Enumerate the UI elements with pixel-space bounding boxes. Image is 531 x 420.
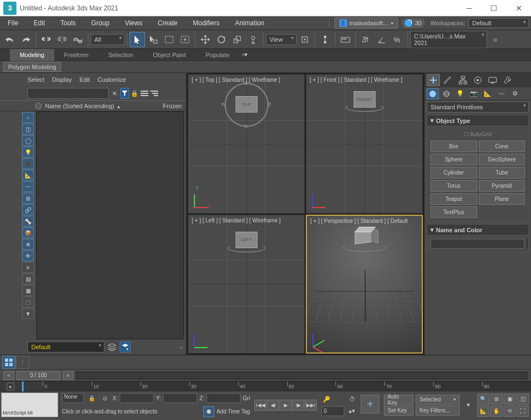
select-region-rect-button[interactable] bbox=[161, 32, 177, 47]
account-chip[interactable]: 👤 malavidasoft… ▾ bbox=[334, 18, 399, 29]
motion-tab[interactable] bbox=[471, 74, 484, 86]
zoom-all-button[interactable]: ⊞ bbox=[490, 394, 502, 405]
filter-all-icon[interactable]: ○ bbox=[22, 112, 34, 123]
display-tab[interactable] bbox=[486, 74, 499, 86]
explorer-header[interactable]: Name (Sorted Ascending)▲ Frozen bbox=[0, 100, 186, 111]
next-frame-button[interactable]: I▶ bbox=[292, 400, 304, 411]
orbit-button[interactable]: ⟲ bbox=[504, 406, 516, 417]
filter-shapes-icon[interactable]: ◯ bbox=[22, 135, 34, 146]
obj-pyramid[interactable]: Pyramid bbox=[479, 180, 526, 192]
time-remaining-chip[interactable]: 30 bbox=[401, 18, 424, 28]
viewcube-front[interactable]: FRONT bbox=[354, 91, 376, 108]
zoom-button[interactable]: 🔍 bbox=[477, 394, 489, 405]
filter-xrefs-icon[interactable]: 🔗 bbox=[22, 204, 34, 215]
maxscript-mini-listener[interactable]: MAXScript Mi bbox=[1, 393, 58, 417]
obj-textplus[interactable]: TextPlus bbox=[431, 206, 477, 218]
key-mode-icon[interactable]: 🔑 bbox=[321, 394, 332, 405]
zoom-extents-button[interactable]: ▣ bbox=[504, 394, 516, 405]
compass-s[interactable]: S bbox=[244, 124, 248, 129]
trackbar-toggle-icon[interactable]: ▸ bbox=[7, 383, 14, 390]
explorer-menu-edit[interactable]: Edit bbox=[80, 76, 90, 83]
filter-off-2-icon[interactable]: ▤ bbox=[22, 273, 34, 284]
viewport-layout-2x2-icon[interactable] bbox=[2, 356, 15, 369]
layer-stack-icon[interactable] bbox=[107, 341, 118, 352]
viewport-perspective[interactable]: [ + ] [ Perspective ] [ Standard ] [ Def… bbox=[306, 215, 423, 354]
select-by-name-button[interactable] bbox=[146, 32, 161, 47]
obj-sphere[interactable]: Sphere bbox=[431, 154, 477, 165]
clear-search-icon[interactable]: ✕ bbox=[110, 88, 119, 99]
cameras-subtab[interactable]: 📷 bbox=[468, 88, 480, 99]
track-bar[interactable]: ▸ 0102030405060708090100 bbox=[0, 381, 531, 391]
menu-create[interactable]: Create bbox=[150, 16, 185, 30]
object-name-input[interactable] bbox=[431, 239, 524, 249]
modify-tab[interactable] bbox=[441, 74, 455, 86]
y-input[interactable] bbox=[163, 393, 197, 403]
menu-modifiers[interactable]: Modifiers bbox=[185, 16, 227, 30]
helpers-subtab[interactable]: 📐 bbox=[482, 88, 494, 99]
menu-views[interactable]: Views bbox=[117, 16, 150, 30]
bind-spacewarp-button[interactable] bbox=[70, 32, 86, 47]
spinner-icon[interactable]: ▴▾ bbox=[346, 406, 357, 417]
obj-torus[interactable]: Torus bbox=[431, 180, 477, 192]
obj-box[interactable]: Box bbox=[431, 141, 477, 152]
viewport-front[interactable]: [ + ] [ Front ] [ Standard ] [ Wireframe… bbox=[306, 74, 423, 214]
filter-geometry-icon[interactable]: ◫ bbox=[22, 124, 34, 135]
ref-coord-select[interactable]: View bbox=[266, 34, 297, 45]
key-dd-icon[interactable]: ▾ bbox=[463, 400, 474, 411]
filter-off-3-icon[interactable]: ▦ bbox=[22, 285, 34, 296]
obj-cylinder[interactable]: Cylinder bbox=[431, 167, 477, 178]
menu-file[interactable]: File bbox=[0, 16, 26, 30]
current-frame-marker[interactable] bbox=[22, 382, 24, 391]
create-tab[interactable] bbox=[427, 74, 440, 86]
z-input[interactable] bbox=[206, 393, 241, 403]
select-object-button[interactable] bbox=[130, 32, 145, 47]
explorer-search-input[interactable] bbox=[27, 88, 109, 99]
pivot-center-button[interactable] bbox=[297, 32, 312, 47]
lock-icon[interactable]: 🔒 bbox=[131, 88, 139, 99]
project-path-select[interactable]: C:\Users\U…s Max 2021 bbox=[410, 31, 487, 48]
explorer-expand-icon[interactable]: » bbox=[180, 344, 183, 350]
geometry-subtab[interactable] bbox=[427, 88, 439, 99]
prev-frame-button[interactable]: ◀I bbox=[267, 400, 279, 411]
ribbon-tab-freeform[interactable]: Freeform bbox=[54, 49, 99, 61]
filter-lights-icon[interactable]: 💡 bbox=[22, 147, 34, 158]
filter-cameras-icon[interactable]: 🎥 bbox=[22, 158, 34, 169]
filter-selection-icon[interactable] bbox=[120, 88, 129, 99]
select-move-button[interactable] bbox=[198, 32, 213, 47]
key-filter-selected[interactable]: Selected ▾ bbox=[416, 395, 460, 405]
obj-plane[interactable]: Plane bbox=[479, 193, 526, 205]
ribbon-tab-object-paint[interactable]: Object Paint bbox=[143, 49, 196, 61]
explorer-tree[interactable] bbox=[36, 111, 184, 339]
time-tag-icon[interactable]: ⬢ bbox=[203, 406, 214, 417]
compass-e[interactable]: E bbox=[268, 102, 271, 107]
select-rotate-button[interactable] bbox=[214, 32, 229, 47]
filter-off-1-icon[interactable]: ≡ bbox=[22, 262, 34, 273]
selection-filter-select[interactable]: All bbox=[91, 34, 125, 45]
lights-subtab[interactable]: 💡 bbox=[454, 88, 466, 99]
viewport-left[interactable]: [ + ] [ Left ] [ Standard ] [ Wireframe … bbox=[188, 215, 305, 354]
filter-groups-icon[interactable]: ⊞ bbox=[22, 193, 34, 204]
viewcube-persp[interactable] bbox=[354, 227, 376, 245]
obj-teapot[interactable]: Teapot bbox=[431, 193, 477, 205]
filter-off-4-icon[interactable]: ⬚ bbox=[22, 296, 34, 307]
goto-start-button[interactable]: I◀◀ bbox=[254, 400, 266, 411]
set-key-button[interactable]: Set Key bbox=[384, 406, 413, 416]
shapes-subtab[interactable] bbox=[440, 88, 452, 99]
viewport-layout-add-icon[interactable]: ⋮ bbox=[16, 356, 29, 369]
select-place-button[interactable] bbox=[245, 32, 261, 47]
spacewarps-subtab[interactable]: 〰 bbox=[495, 88, 507, 99]
maximize-viewport-button[interactable]: ⛶ bbox=[517, 406, 529, 417]
view-compass[interactable]: N S W E TOP bbox=[225, 83, 269, 127]
ribbon-tab-selection[interactable]: Selection bbox=[98, 49, 143, 61]
play-button[interactable]: ▶ bbox=[280, 400, 292, 411]
ribbon-collapse-button[interactable]: ▫▾ bbox=[239, 50, 250, 60]
keyboard-shortcut-toggle[interactable] bbox=[338, 32, 353, 47]
add-time-tag[interactable]: Add Time Tag bbox=[216, 408, 250, 415]
more-button[interactable]: » bbox=[488, 32, 503, 47]
utilities-tab[interactable] bbox=[501, 74, 514, 86]
minimize-button[interactable]: ─ bbox=[457, 0, 482, 16]
isolate-icon[interactable]: ⊙ bbox=[99, 393, 110, 404]
auto-key-button[interactable]: Auto Key bbox=[384, 395, 413, 405]
zoom-extents-all-button[interactable]: ◫ bbox=[517, 394, 529, 405]
viewcube-top[interactable]: TOP bbox=[236, 96, 258, 113]
